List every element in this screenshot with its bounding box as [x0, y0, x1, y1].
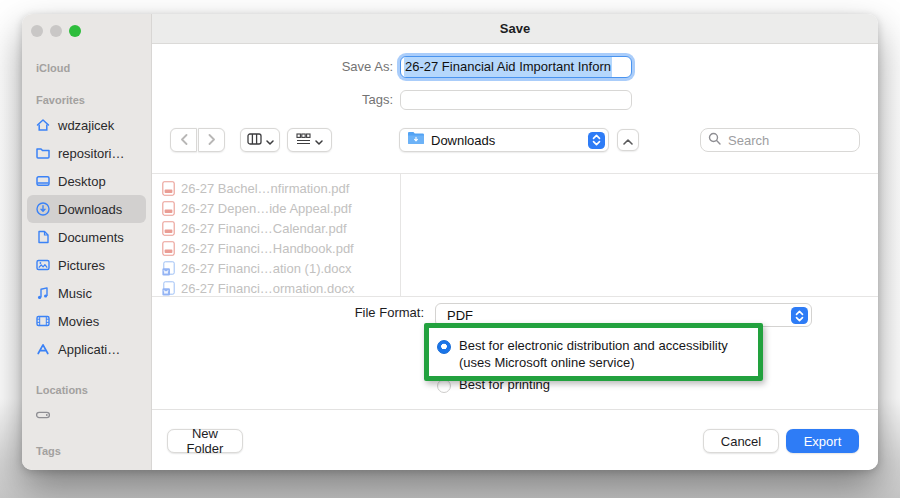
radio-selected-icon: [437, 340, 451, 354]
home-icon: [34, 117, 52, 133]
sidebar-item-macintosh-hd[interactable]: [27, 401, 146, 429]
group-by-button[interactable]: [287, 128, 332, 152]
sidebar-item-movies[interactable]: Movies: [27, 307, 146, 335]
sidebar-item-downloads[interactable]: Downloads: [27, 195, 146, 223]
search-field[interactable]: [700, 128, 860, 152]
file-name: 26-27 Financi…ormation.docx: [181, 281, 354, 296]
harddrive-icon: [34, 407, 52, 423]
save-as-field[interactable]: 26-27 Financial Aid Important Inforn: [400, 56, 632, 78]
save-as-selected-text: 26-27 Financial Aid Important Inforn: [404, 57, 612, 77]
sidebar-header-tags: Tags: [36, 446, 151, 457]
screen: iCloud Favorites wdzajicek repositori… D…: [0, 0, 900, 498]
sidebar-item-repositories[interactable]: repositori…: [27, 139, 146, 167]
column-view-icon: [247, 131, 262, 149]
sidebar-item-label: Applicati…: [58, 342, 120, 357]
sidebar: iCloud Favorites wdzajicek repositori… D…: [22, 14, 152, 470]
sidebar-header-locations: Locations: [36, 385, 151, 396]
sidebar-item-music[interactable]: Music: [27, 279, 146, 307]
sidebar-item-documents[interactable]: Documents: [27, 223, 146, 251]
tags-label: Tags:: [152, 89, 393, 111]
downloads-icon: [34, 201, 52, 217]
radio-option-printing[interactable]: Best for printing: [437, 377, 550, 394]
pictures-icon: [34, 257, 52, 273]
dialog-title: Save: [500, 21, 530, 36]
radio-option-electronic[interactable]: Best for electronic distribution and acc…: [437, 338, 728, 371]
folder-icon: [34, 145, 52, 161]
sidebar-header-icloud: iCloud: [36, 63, 151, 74]
file-format-label: File Format:: [152, 305, 424, 320]
sidebar-item-label: Documents: [58, 230, 124, 245]
chevron-down-icon: [266, 131, 274, 149]
file-name: 26-27 Financi…Handbook.pdf: [181, 241, 354, 256]
sidebar-item-pictures[interactable]: Pictures: [27, 251, 146, 279]
word-file-icon: [162, 261, 175, 276]
search-icon: [708, 131, 721, 149]
cancel-button[interactable]: Cancel: [703, 429, 779, 453]
radio-unselected-icon: [437, 379, 451, 393]
file-name: 26-27 Financi…Calendar.pdf: [181, 221, 347, 236]
sidebar-item-tag-partial[interactable]: [27, 462, 146, 470]
sidebar-item-applications[interactable]: Applicati…: [27, 335, 146, 363]
music-icon: [34, 285, 52, 301]
pdf-file-icon: [162, 181, 175, 196]
save-as-label: Save As:: [152, 56, 393, 78]
file-format-popup[interactable]: PDF: [435, 303, 812, 327]
radio-label-line2: (uses Microsoft online service): [459, 355, 635, 370]
location-popup[interactable]: Downloads: [399, 128, 609, 152]
updown-stepper-icon: [588, 132, 605, 149]
sidebar-item-label: Pictures: [58, 258, 105, 273]
file-name: 26-27 Depen…ide Appeal.pdf: [181, 201, 352, 216]
file-row: 26-27 Bachel…nfirmation.pdf: [152, 178, 400, 198]
pdf-file-icon: [162, 241, 175, 256]
back-icon: [180, 131, 188, 149]
close-icon: [31, 25, 43, 37]
view-mode-button[interactable]: [240, 128, 280, 152]
file-name: 26-27 Financi…ation (1).docx: [181, 261, 352, 276]
footer-divider: [152, 409, 878, 410]
export-button[interactable]: Export: [786, 429, 859, 453]
file-row: 26-27 Financi…Calendar.pdf: [152, 218, 400, 238]
forward-button[interactable]: [198, 128, 225, 152]
sidebar-item-home[interactable]: wdzajicek: [27, 111, 146, 139]
file-row: 26-27 Financi…ormation.docx: [152, 278, 400, 296]
file-format-value: PDF: [447, 308, 473, 323]
back-button[interactable]: [170, 128, 197, 152]
movies-icon: [34, 313, 52, 329]
file-browser: 26-27 Bachel…nfirmation.pdf 26-27 Depen……: [152, 173, 878, 297]
titlebar: Save: [152, 14, 878, 44]
file-row: 26-27 Depen…ide Appeal.pdf: [152, 198, 400, 218]
minimize-icon: [50, 25, 62, 37]
group-view-icon: [296, 131, 311, 149]
pdf-file-icon: [162, 221, 175, 236]
sidebar-item-label: repositori…: [58, 146, 124, 161]
updown-stepper-icon: [791, 307, 808, 324]
sidebar-item-label: Movies: [58, 314, 99, 329]
pdf-file-icon: [162, 201, 175, 216]
sidebar-item-desktop[interactable]: Desktop: [27, 167, 146, 195]
new-folder-button[interactable]: New Folder: [167, 429, 243, 453]
search-input[interactable]: [726, 132, 852, 149]
document-icon: [34, 229, 52, 245]
save-dialog: iCloud Favorites wdzajicek repositori… D…: [22, 14, 878, 470]
tags-input[interactable]: [400, 90, 632, 110]
sidebar-item-label: Desktop: [58, 174, 106, 189]
radio-label: Best for printing: [459, 377, 550, 394]
file-column: 26-27 Bachel…nfirmation.pdf 26-27 Depen……: [152, 174, 401, 296]
collapse-expand-button[interactable]: [617, 129, 639, 151]
word-file-icon: [162, 281, 175, 296]
file-name: 26-27 Bachel…nfirmation.pdf: [181, 181, 349, 196]
downloads-folder-icon: [407, 131, 425, 149]
file-row: 26-27 Financi…Handbook.pdf: [152, 238, 400, 258]
file-row: 26-27 Financi…ation (1).docx: [152, 258, 400, 278]
desktop-icon: [34, 173, 52, 189]
sidebar-item-label: Downloads: [58, 202, 122, 217]
radio-label-line1: Best for electronic distribution and acc…: [459, 338, 728, 353]
traffic-lights: [31, 25, 81, 37]
forward-icon: [208, 131, 216, 149]
browser-toolbar: Downloads: [152, 128, 878, 152]
dialog-content: Save As: 26-27 Financial Aid Important I…: [152, 44, 878, 470]
chevron-down-icon: [315, 131, 323, 149]
chevron-up-icon: [623, 131, 633, 149]
sidebar-header-favorites: Favorites: [36, 95, 151, 106]
zoom-icon[interactable]: [69, 25, 81, 37]
